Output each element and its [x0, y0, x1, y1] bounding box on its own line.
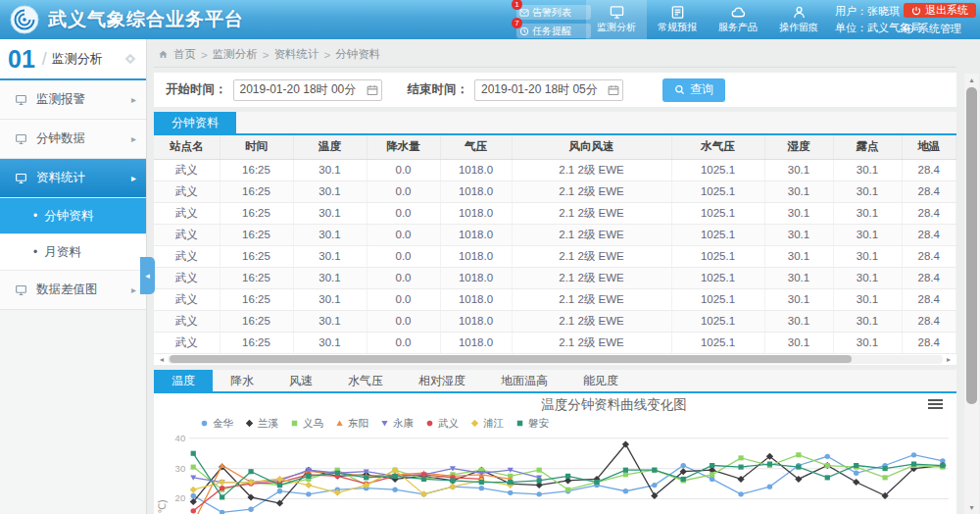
scroll-left-arrow-icon[interactable]: ◂ [156, 355, 168, 364]
legend-item-义乌[interactable]: 义乌 [289, 417, 323, 431]
table-cell: 16:25 [220, 224, 293, 245]
sidebar-subitem-minute-material[interactable]: • 分钟资料 [0, 198, 146, 234]
chart-tab-6[interactable]: 地面温高 [483, 370, 565, 391]
legend-item-兰溪[interactable]: 兰溪 [244, 417, 278, 431]
table-header-row: 站点名时间温度降水量气压风向风速水气压湿度露点地温 [154, 135, 956, 159]
table-row[interactable]: 武义16:2530.10.01018.02.1 2级 EWE1025.130.1… [154, 180, 956, 202]
sidebar-item-data-difference-map[interactable]: 数据差值图 ▸ [0, 271, 146, 310]
table-cell: 30.1 [833, 180, 902, 202]
data-point-marker [219, 478, 225, 485]
table-cell: 30.1 [293, 310, 367, 332]
page-vertical-scrollbar[interactable]: ▴ ▾ [964, 74, 979, 514]
table-cell: 30.1 [833, 202, 902, 224]
sidebar-item-minute-data[interactable]: 分钟数据 ▸ [0, 120, 146, 159]
legend-item-金华[interactable]: 金华 [199, 417, 233, 431]
table-cell: 30.1 [764, 202, 833, 224]
table-cell: 30.1 [764, 180, 833, 202]
legend-item-磐安[interactable]: 磐安 [514, 417, 549, 431]
chart-tab-1[interactable]: 温度 [154, 370, 213, 391]
table-cell: 16:25 [220, 159, 293, 180]
alarm-list-button[interactable]: 1 告警列表 [516, 5, 591, 20]
breadcrumb-minute-material[interactable]: 分钟资料 [335, 47, 380, 62]
nav-service-products[interactable]: 服务产品 [708, 0, 768, 39]
table-row[interactable]: 武义16:2530.10.01018.02.1 2级 EWE1025.130.1… [154, 267, 956, 288]
legend-item-武义[interactable]: 武义 [424, 417, 459, 431]
hscroll-thumb[interactable] [170, 355, 852, 363]
chart-tab-2[interactable]: 降水 [213, 370, 271, 391]
data-point-marker [911, 452, 916, 457]
table-cell: 16:25 [220, 180, 293, 202]
data-point-marker [911, 461, 916, 466]
scroll-down-arrow-icon[interactable]: ▾ [964, 501, 979, 514]
data-point-marker [220, 486, 224, 490]
data-point-marker [190, 486, 197, 492]
table-cell: 2.1 2级 EWE [512, 288, 671, 310]
table-cell: 1018.0 [440, 180, 512, 202]
mail-icon [519, 8, 529, 18]
y-axis-tick-label: 30 [175, 462, 186, 473]
sidebar: 01 / 监测分析 监测报警 ▸ 分钟数据 ▸ [0, 39, 147, 514]
legend-label: 浦江 [483, 417, 504, 431]
data-point-marker [940, 463, 945, 468]
nav-routine-forecast[interactable]: 常规预报 [647, 0, 708, 39]
nav-operation-trace[interactable]: 操作留痕 [768, 0, 829, 39]
table-horizontal-scrollbar[interactable]: ◂ ▸ [154, 354, 956, 365]
legend-item-东阳[interactable]: 东阳 [334, 417, 368, 431]
table-cell: 武义 [154, 267, 220, 288]
end-time-input[interactable] [474, 79, 623, 101]
app-title: 武义气象综合业务平台 [48, 7, 244, 32]
settings-diamond-icon[interactable] [122, 51, 138, 67]
nav-monitor-analysis[interactable]: 监测分析 [586, 0, 647, 39]
tab-minute-material[interactable]: 分钟资料 [154, 112, 236, 133]
scroll-up-arrow-icon[interactable]: ▴ [964, 74, 979, 86]
table-cell: 28.4 [902, 267, 956, 288]
chart-tab-7[interactable]: 能见度 [565, 370, 636, 391]
data-point-marker [427, 421, 433, 427]
table-row[interactable]: 武义16:2530.10.01018.02.1 2级 EWE1025.130.1… [154, 202, 956, 224]
breadcrumb-data-statistics[interactable]: 资料统计 [273, 47, 318, 62]
logout-button[interactable]: 退出系统 [904, 3, 976, 18]
vscroll-thumb[interactable] [966, 87, 977, 404]
hscroll-track[interactable] [168, 355, 943, 364]
table-row[interactable]: 武义16:2530.10.01018.02.1 2级 EWE1025.130.1… [154, 224, 956, 245]
query-button[interactable]: 查询 [662, 78, 725, 102]
legend-marker-icon [244, 418, 255, 429]
data-point-marker [449, 483, 456, 489]
monitor-icon [15, 173, 27, 184]
column-header: 风向风速 [512, 135, 671, 159]
column-header: 地温 [902, 135, 956, 159]
table-row[interactable]: 武义16:2530.10.01018.02.1 2级 EWE1025.130.1… [154, 332, 956, 353]
table-row[interactable]: 武义16:2530.10.01018.02.1 2级 EWE1025.130.1… [154, 159, 956, 180]
nav-label: 操作留痕 [779, 21, 818, 34]
breadcrumb-home[interactable]: 首页 [173, 47, 196, 62]
data-point-marker [220, 509, 224, 514]
table-cell: 30.1 [293, 159, 367, 180]
calendar-icon[interactable] [608, 84, 619, 96]
legend-item-浦江[interactable]: 浦江 [469, 417, 504, 431]
chart-tab-5[interactable]: 相对湿度 [401, 370, 483, 391]
task-reminder-button[interactable]: 7 任务提醒 [516, 24, 591, 38]
table-row[interactable]: 武义16:2530.10.01018.02.1 2级 EWE1025.130.1… [154, 288, 956, 310]
legend-item-永康[interactable]: 永康 [379, 417, 414, 431]
table-row[interactable]: 武义16:2530.10.01018.02.1 2级 EWE1025.130.1… [154, 245, 956, 267]
chart-panel: 温度降水风速水气压相对湿度地面温高能见度 温度分钟资料曲线变化图 金华兰溪义乌东… [154, 370, 956, 514]
calendar-icon[interactable] [367, 84, 378, 96]
chart-tab-3[interactable]: 风速 [271, 370, 330, 391]
table-row[interactable]: 武义16:2530.10.01018.02.1 2级 EWE1025.130.1… [154, 310, 956, 332]
breadcrumb-monitor-analysis[interactable]: 监测分析 [213, 47, 258, 62]
chart-tab-4[interactable]: 水气压 [330, 370, 401, 391]
sidebar-subitem-month-material[interactable]: • 月资料 [0, 234, 146, 271]
sidebar-item-monitor-alarm[interactable]: 监测报警 ▸ [0, 80, 146, 120]
start-time-input[interactable] [233, 79, 382, 101]
sidebar-item-data-statistics[interactable]: 资料统计 ▸ [0, 159, 146, 198]
scroll-right-arrow-icon[interactable]: ▸ [943, 355, 955, 364]
sidebar-collapse-handle[interactable]: ◂ [140, 257, 155, 294]
chart-menu-icon[interactable] [928, 399, 943, 411]
data-point-marker [306, 491, 311, 496]
data-point-marker [306, 473, 311, 478]
monitor-icon [15, 94, 27, 106]
search-icon [674, 84, 685, 95]
table-cell: 2.1 2级 EWE [512, 310, 671, 332]
system-manage-link[interactable]: 系统管理 [904, 22, 961, 36]
table-cell: 武义 [154, 310, 220, 332]
